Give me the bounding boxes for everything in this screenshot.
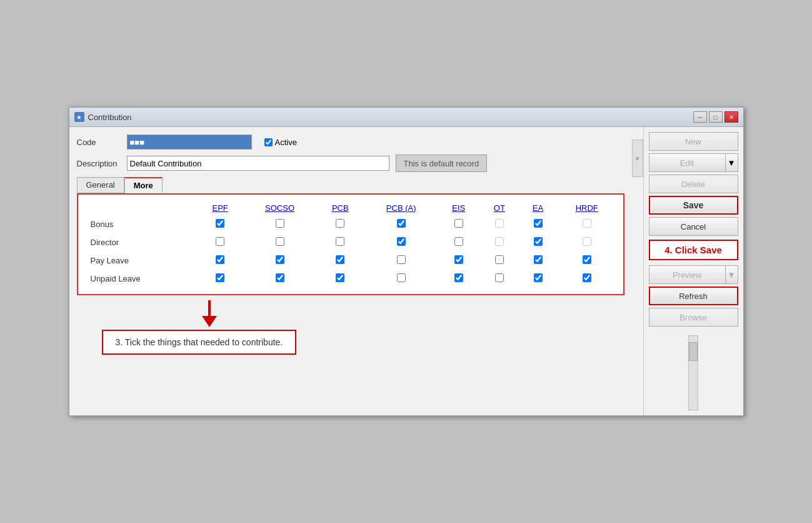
unpaid-eis[interactable] — [454, 273, 463, 282]
close-button[interactable]: ✕ — [724, 111, 738, 123]
code-row: Code Active — [77, 135, 624, 150]
director-hrdf[interactable] — [583, 237, 591, 246]
sidebar-collapse-btn[interactable]: > — [632, 140, 643, 177]
right-section: > New Edit ▼ Delete Save Cancel 4. Click… — [632, 127, 743, 415]
col-epf: EPF — [196, 201, 244, 215]
edit-dropdown-arrow[interactable]: ▼ — [726, 153, 738, 172]
instruction-box-3: 3. Tick the things that needed to contri… — [102, 330, 297, 355]
bonus-epf[interactable] — [216, 219, 224, 228]
director-eis[interactable] — [454, 237, 463, 246]
cancel-button[interactable]: Cancel — [649, 217, 738, 236]
default-badge: This is default record — [396, 155, 488, 172]
col-hrdf: HRDF — [557, 201, 616, 215]
preview-button[interactable]: Preview — [649, 265, 726, 284]
bonus-eis[interactable] — [454, 219, 463, 228]
tab-general[interactable]: General — [77, 177, 124, 193]
col-pcba: PCB (A) — [364, 201, 438, 215]
director-pcba[interactable] — [397, 237, 406, 246]
code-label: Code — [77, 138, 127, 147]
title-bar: ★ Contribution ─ □ ✕ — [69, 108, 743, 127]
description-label: Description — [77, 159, 127, 168]
scroll-thumb[interactable] — [689, 342, 698, 361]
col-ea: EA — [519, 201, 557, 215]
preview-button-group: Preview ▼ — [649, 265, 738, 284]
payleave-pcb[interactable] — [336, 255, 344, 264]
sidebar: New Edit ▼ Delete Save Cancel 4. Click S… — [643, 127, 743, 415]
unpaid-epf[interactable] — [216, 273, 224, 282]
bonus-ot[interactable] — [495, 219, 504, 228]
scroll-track[interactable] — [688, 335, 698, 410]
table-row: Pay Leave — [84, 251, 617, 270]
edit-button[interactable]: Edit — [649, 153, 726, 172]
bonus-ea[interactable] — [534, 219, 543, 228]
bonus-hrdf[interactable] — [583, 219, 591, 228]
payleave-eis[interactable] — [454, 255, 463, 264]
director-ea[interactable] — [534, 237, 543, 246]
active-checkbox-label: Active — [264, 138, 297, 147]
col-eis: EIS — [438, 201, 480, 215]
title-bar-left: ★ Contribution — [74, 112, 132, 122]
arrow-shaft — [208, 300, 211, 316]
unpaid-hrdf[interactable] — [583, 273, 591, 282]
row-label-payleave: Pay Leave — [84, 251, 197, 270]
payleave-epf[interactable] — [216, 255, 224, 264]
contribution-table: EPF SOCSO PCB PCB (A) EIS OT EA HRDF Bon — [84, 201, 617, 288]
director-epf[interactable] — [216, 237, 224, 246]
row-label-unpaidleave: Unpaid Leave — [84, 270, 197, 288]
director-socso[interactable] — [276, 237, 284, 246]
bonus-pcb[interactable] — [336, 219, 344, 228]
col-pcb: PCB — [316, 201, 364, 215]
bonus-pcba[interactable] — [397, 219, 406, 228]
browse-button[interactable]: Browse — [649, 308, 738, 327]
active-label: Active — [275, 138, 297, 147]
active-checkbox[interactable] — [264, 138, 273, 146]
main-window: ★ Contribution ─ □ ✕ Code Active Descrip… — [69, 107, 744, 416]
tabs: General More — [77, 177, 624, 193]
description-row: Description This is default record — [77, 155, 624, 172]
code-input[interactable] — [127, 135, 252, 150]
payleave-pcba[interactable] — [397, 255, 406, 264]
main-content: Code Active Description This is default … — [69, 127, 632, 415]
description-input[interactable] — [127, 156, 389, 171]
table-row: Director — [84, 233, 617, 251]
col-socso: SOCSO — [244, 201, 316, 215]
payleave-ot[interactable] — [495, 255, 504, 264]
arrow-down-container — [202, 300, 217, 327]
table-header-row: EPF SOCSO PCB PCB (A) EIS OT EA HRDF — [84, 201, 617, 215]
tab-more[interactable]: More — [124, 177, 163, 193]
unpaid-pcba[interactable] — [397, 273, 406, 282]
row-label-bonus: Bonus — [84, 215, 197, 233]
preview-dropdown-arrow[interactable]: ▼ — [726, 265, 738, 284]
edit-button-group: Edit ▼ — [649, 153, 738, 172]
restore-button[interactable]: □ — [709, 111, 723, 123]
save-button[interactable]: Save — [649, 196, 738, 215]
director-ot[interactable] — [495, 237, 504, 246]
arrow-head — [202, 316, 217, 327]
window-icon: ★ — [74, 112, 84, 122]
new-button[interactable]: New — [649, 132, 738, 151]
row-label-director: Director — [84, 233, 197, 251]
payleave-ea[interactable] — [534, 255, 543, 264]
table-row: Bonus — [84, 215, 617, 233]
unpaid-pcb[interactable] — [336, 273, 344, 282]
payleave-socso[interactable] — [276, 255, 284, 264]
scrollbar-area — [649, 335, 738, 410]
col-ot: OT — [480, 201, 519, 215]
refresh-button[interactable]: Refresh — [649, 287, 738, 305]
window-title: Contribution — [88, 113, 132, 122]
unpaid-ot[interactable] — [495, 273, 504, 282]
click-save-box: 4. Click Save — [649, 240, 738, 260]
director-pcb[interactable] — [336, 237, 344, 246]
bonus-socso[interactable] — [276, 219, 284, 228]
title-buttons: ─ □ ✕ — [693, 111, 738, 123]
delete-button[interactable]: Delete — [649, 175, 738, 193]
payleave-hrdf[interactable] — [583, 255, 591, 264]
minimize-button[interactable]: ─ — [693, 111, 707, 123]
table-row: Unpaid Leave — [84, 270, 617, 288]
tab-content: EPF SOCSO PCB PCB (A) EIS OT EA HRDF Bon — [77, 193, 624, 295]
unpaid-socso[interactable] — [276, 273, 284, 282]
window-body: Code Active Description This is default … — [69, 127, 743, 415]
unpaid-ea[interactable] — [534, 273, 543, 282]
